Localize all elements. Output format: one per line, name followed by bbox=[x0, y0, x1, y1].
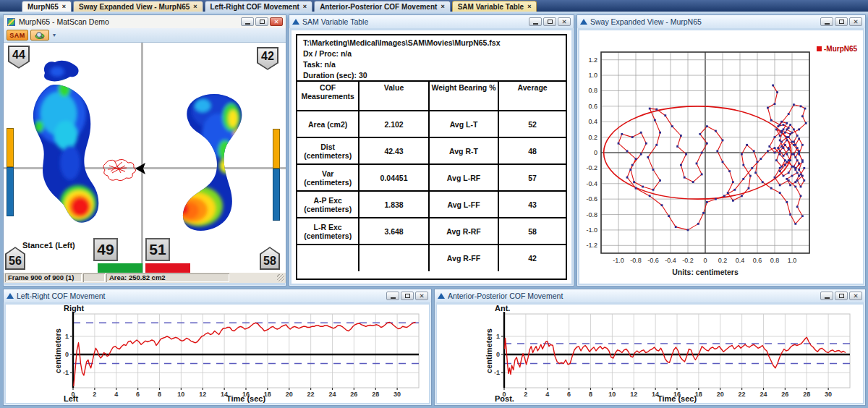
variable-table-title-bar[interactable]: SAM Variable Table ✕ bbox=[289, 15, 574, 28]
svg-text:4: 4 bbox=[114, 391, 118, 398]
svg-text:0.6: 0.6 bbox=[588, 103, 597, 110]
resize-grip[interactable] bbox=[277, 274, 284, 281]
lr-chart-area: 10-1024681012141618202224262830RightLeft… bbox=[6, 305, 429, 403]
svg-text:-0.8: -0.8 bbox=[586, 211, 597, 218]
svg-text:8: 8 bbox=[158, 391, 161, 398]
svg-text:22: 22 bbox=[739, 391, 746, 398]
tab-label: SAM Variable Table bbox=[458, 3, 524, 11]
column-header: Weight Bearing % bbox=[429, 82, 498, 111]
minimize-button[interactable] bbox=[386, 292, 399, 300]
dx-proc: Dx / Proc: n/a bbox=[303, 48, 560, 59]
column-header: Value bbox=[359, 82, 428, 111]
rotate-view-icon bbox=[34, 31, 46, 40]
maximize-button[interactable] bbox=[255, 17, 268, 26]
tab-anterior-posterior-cof-movement[interactable]: Anterior-Posterior COF Movement× bbox=[314, 1, 451, 12]
close-button[interactable]: ✕ bbox=[849, 292, 862, 300]
maximize-button[interactable] bbox=[835, 17, 848, 26]
table-cell: 0.04451 bbox=[359, 164, 428, 191]
close-icon: ✕ bbox=[419, 293, 424, 299]
svg-text:-0.6: -0.6 bbox=[586, 195, 597, 203]
frame-counter: Frame 900 of 900 (1) bbox=[5, 273, 82, 282]
svg-text:1.2: 1.2 bbox=[588, 56, 597, 64]
svg-text:0.2: 0.2 bbox=[718, 257, 728, 264]
window-sway: Sway Expanded View - MurpN65 ✕ 1.21.00.8… bbox=[576, 14, 866, 286]
svg-text:centimeters: centimeters bbox=[485, 328, 493, 373]
tab-close-icon[interactable]: × bbox=[303, 3, 307, 10]
close-button[interactable]: ✕ bbox=[270, 17, 283, 26]
minimize-icon bbox=[245, 23, 250, 25]
close-button[interactable]: ✕ bbox=[558, 17, 571, 26]
cof-table-body: COF MeasurementsValueWeight Bearing %Ave… bbox=[297, 82, 566, 271]
table-cell: Avg R-FF bbox=[429, 245, 498, 271]
table-cell: 57 bbox=[498, 164, 566, 191]
svg-text:22: 22 bbox=[307, 391, 315, 398]
close-icon: ✕ bbox=[853, 293, 858, 299]
close-button[interactable]: ✕ bbox=[415, 292, 428, 300]
tab-label: Sway Expanded View - MurpN65 bbox=[79, 3, 190, 11]
minimize-button[interactable] bbox=[820, 17, 833, 26]
tab-close-icon[interactable]: × bbox=[527, 3, 531, 10]
sam-button[interactable]: SAM bbox=[7, 30, 28, 41]
table-row: A-P Exc (centimeters)1.838Avg L-FF43 bbox=[297, 191, 566, 218]
file-path: T:\Marketing\Medical\Images\SAM\Movies\M… bbox=[303, 38, 560, 48]
close-button[interactable]: ✕ bbox=[849, 17, 862, 26]
maximize-button[interactable] bbox=[835, 292, 848, 300]
matscan-title-bar[interactable]: MurpN65 - MatScan Demo ✕ bbox=[4, 15, 286, 28]
tab-sway-expanded-view-murpn65[interactable]: Sway Expanded View - MurpN65× bbox=[73, 1, 203, 12]
svg-text:10: 10 bbox=[177, 391, 184, 398]
toolbar-overflow-icon[interactable]: ▾ bbox=[53, 32, 56, 38]
sway-title-bar[interactable]: Sway Expanded View - MurpN65 ✕ bbox=[577, 15, 865, 28]
sway-chart-area: 1.21.00.80.60.40.20-0.2-0.4-0.6-0.8-1.0-… bbox=[579, 30, 863, 284]
lr-cof-title-bar[interactable]: Left-Right COF Movement ✕ bbox=[4, 289, 431, 302]
rotate-view-button[interactable] bbox=[30, 30, 49, 41]
tab-close-icon[interactable]: × bbox=[62, 3, 66, 10]
maximize-icon bbox=[839, 294, 844, 298]
minimize-button[interactable] bbox=[241, 17, 254, 26]
svg-text:0: 0 bbox=[496, 351, 500, 358]
maximize-icon bbox=[839, 20, 844, 24]
window-icon bbox=[7, 293, 14, 299]
session-info: T:\Marketing\Medical\Images\SAM\Movies\M… bbox=[297, 35, 566, 82]
table-cell: Avg L-FF bbox=[429, 191, 498, 218]
svg-text:-1.2: -1.2 bbox=[586, 242, 597, 249]
svg-text:Post.: Post. bbox=[495, 394, 514, 403]
table-cell: 42 bbox=[498, 245, 566, 271]
maximize-icon bbox=[548, 20, 553, 24]
svg-text:0: 0 bbox=[594, 149, 597, 156]
left-foot bbox=[33, 61, 98, 223]
minimize-button[interactable] bbox=[820, 292, 833, 300]
window-icon bbox=[580, 19, 587, 25]
minimize-button[interactable] bbox=[529, 17, 542, 26]
cof-table: COF MeasurementsValueWeight Bearing %Ave… bbox=[297, 82, 566, 271]
maximize-button[interactable] bbox=[401, 292, 414, 300]
svg-text:10: 10 bbox=[608, 391, 616, 398]
minimize-icon bbox=[825, 297, 830, 299]
task: Task: n/a bbox=[303, 59, 560, 70]
maximize-button[interactable] bbox=[543, 17, 556, 26]
tab-label: Left-Right COF Movement bbox=[210, 3, 299, 11]
table-cell: 58 bbox=[498, 218, 566, 245]
svg-text:Units: centimeters: Units: centimeters bbox=[672, 268, 739, 276]
window-title: Sway Expanded View - MurpN65 bbox=[590, 17, 817, 26]
tab-label: Anterior-Posterior COF Movement bbox=[320, 3, 437, 11]
svg-text:Time (sec): Time (sec) bbox=[226, 394, 266, 403]
tab-murpn65[interactable]: MurpN65× bbox=[22, 1, 72, 12]
tab-close-icon[interactable]: × bbox=[193, 3, 197, 10]
window-icon bbox=[438, 293, 445, 299]
svg-text:12: 12 bbox=[199, 391, 206, 398]
tab-sam-variable-table[interactable]: SAM Variable Table× bbox=[452, 1, 537, 12]
svg-text:1.0: 1.0 bbox=[788, 257, 797, 264]
maximize-icon bbox=[405, 294, 410, 298]
ap-cof-title-bar[interactable]: Anterior-Posterior COF Movement ✕ bbox=[435, 289, 865, 302]
matscan-toolbar: SAM ▾ bbox=[4, 28, 286, 43]
table-cell: Dist (centimeters) bbox=[297, 137, 359, 164]
foot-pressure-map bbox=[4, 43, 283, 273]
table-row: L-R Exc (centimeters)3.648Avg R-RF58 bbox=[297, 218, 566, 245]
tab-left-right-cof-movement[interactable]: Left-Right COF Movement× bbox=[205, 1, 313, 12]
svg-text:12: 12 bbox=[630, 391, 637, 398]
tab-close-icon[interactable]: × bbox=[441, 3, 444, 10]
svg-text:28: 28 bbox=[803, 391, 810, 398]
svg-text:2: 2 bbox=[93, 391, 96, 398]
svg-text:28: 28 bbox=[372, 391, 379, 398]
svg-text:24: 24 bbox=[328, 391, 336, 398]
